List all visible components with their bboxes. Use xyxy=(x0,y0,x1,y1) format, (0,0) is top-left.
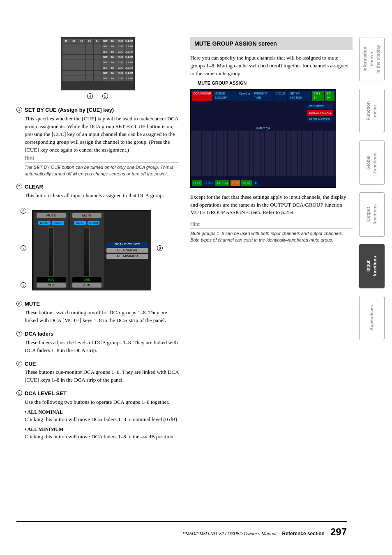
fader-value: 0.00 xyxy=(37,277,66,282)
item-9-body: Use the following two buttons to operate… xyxy=(25,398,179,406)
grid-col-head: 33 xyxy=(86,39,93,44)
shot-a: A xyxy=(253,180,258,186)
shot-dca: DCA xyxy=(231,180,240,186)
item-5-title: CLEAR xyxy=(25,183,43,191)
mute-group-assign-heading: MUTE GROUP ASSIGN screen xyxy=(190,37,353,50)
item-8-number: 8 xyxy=(16,361,22,366)
item-4-number: 4 xyxy=(16,107,22,113)
grid-set: SET xyxy=(101,39,109,44)
footer-doc-title: PM5D/PM5D-RH V2 / DSP5D Owner's Manual xyxy=(182,531,276,537)
dca-fader-image: MUTE DCA7 DCA7 0.00 CUE MUTE DCA8 DCA8 0… xyxy=(32,210,151,291)
item-6-body: These buttons switch muting on/off for D… xyxy=(25,309,179,325)
cue-button[interactable]: CUE xyxy=(37,283,66,288)
mute-group-intro: Here you can specify the input channels … xyxy=(190,54,353,78)
tab-function-menu[interactable]: Function menu xyxy=(359,89,385,133)
item-8-body: These buttons cue-monitor DCA groups 1–8… xyxy=(25,368,179,384)
grid-col-head: 34 xyxy=(94,39,101,44)
shot-scene-memory: SCENE MEMORY xyxy=(213,91,236,101)
tab-appendices[interactable]: Appendices xyxy=(359,296,385,340)
grid-clear: CLEAR xyxy=(125,39,133,44)
callout-8: 8 xyxy=(21,282,26,288)
grid-col-head: 31 xyxy=(70,39,78,44)
mute-button[interactable]: MUTE xyxy=(37,213,66,218)
item-7-number: 7 xyxy=(16,331,22,336)
item-8-title: CUE xyxy=(25,360,36,368)
item-9-number: 9 xyxy=(16,390,22,396)
shot-dca-group: DCA/GROUP xyxy=(192,91,212,101)
dca-fader[interactable] xyxy=(84,227,90,276)
set-by-cue-grid-image: 30 31 32 33 34 SET BY CUE CLEAR SETBYCUE… xyxy=(61,37,135,90)
callout-9: 9 xyxy=(157,245,163,251)
footer-page-number: 297 xyxy=(330,525,347,539)
item-6-title: MUTE xyxy=(25,300,40,308)
shot-ch-1: CH 1 xyxy=(192,180,202,186)
shot-key-mode: KEY MODE xyxy=(307,104,333,109)
tab-global-functions[interactable]: Global functions xyxy=(359,140,385,185)
hint-label-right: Hint xyxy=(190,221,200,228)
shot-send: SEND xyxy=(203,180,214,186)
section-tabs: Information shown in the display Functio… xyxy=(359,37,385,340)
shot-present-time-label: PRESENT TIME xyxy=(252,91,273,101)
all-minimum-button[interactable]: ALL MINIMUM xyxy=(106,254,148,259)
item-6-number: 6 xyxy=(16,301,22,306)
callout-5: 5 xyxy=(102,93,108,99)
dca7-label: DCA7 xyxy=(38,221,50,225)
mute-group-para2: Except for the fact that these settings … xyxy=(190,193,353,217)
footer-section: Reference section xyxy=(282,530,325,537)
callout-6: 6 xyxy=(21,208,26,214)
callout-4: 4 xyxy=(87,93,93,99)
grid-cue: CUE xyxy=(117,39,125,44)
all-nominal-button[interactable]: ALL NOMINAL xyxy=(106,248,148,253)
shot-direct-recall: DIRECT RECALL xyxy=(307,110,333,116)
grid-col-head: 32 xyxy=(78,39,85,44)
bullet-all-nominal-head: • ALL NOMINAL xyxy=(25,409,179,416)
shot-meter-section: METER SECTION xyxy=(288,91,311,101)
dca-level-set-title: DCA LEVEL SET xyxy=(106,242,148,247)
page-footer: PM5D/PM5D-RH V2 / DSP5D Owner's Manual R… xyxy=(16,521,347,539)
callouts-4-5: 4 5 xyxy=(16,93,179,100)
tab-info-shown[interactable]: Information shown in the display xyxy=(359,37,385,81)
dca-fader[interactable] xyxy=(48,227,54,276)
bullet-all-minimum-head: • ALL MINIMUM xyxy=(25,426,179,433)
shot-ch-footer: CH 1-24 xyxy=(215,180,229,186)
bullet-all-minimum-body: Clicking this button will move DCA fader… xyxy=(25,433,179,441)
shot-ch-1-24: CH 1-24 xyxy=(312,91,324,101)
tab-output-functions[interactable]: Output functions xyxy=(359,192,385,237)
screenshot-caption: MUTE GROUP ASSIGN xyxy=(198,80,353,87)
shot-mute-master: MUTE MASTER xyxy=(307,117,333,122)
item-7-title: DCA faders xyxy=(25,330,53,338)
mute-group-assign-screenshot: DCA/GROUP SCENE MEMORY Opening PRESENT T… xyxy=(190,89,336,188)
hint-label: Hint xyxy=(25,155,34,162)
item-4-body: This specifies whether the [CUE] key wil… xyxy=(25,115,179,154)
item-4-title: SET BY CUE (Assign by [CUE] key) xyxy=(25,106,114,114)
shot-time-value: 5:31:20 xyxy=(274,91,287,101)
bullet-all-nominal-body: Clicking this button will move DCA fader… xyxy=(25,416,179,424)
item-9-title: DCA LEVEL SET xyxy=(25,390,67,398)
shot-opening: Opening xyxy=(238,91,251,101)
tab-input-functions[interactable]: Input functions xyxy=(359,244,385,288)
mute-button[interactable]: MUTE xyxy=(72,213,101,218)
item-4-hint: The SET BY CUE button can be turned on f… xyxy=(25,164,179,177)
grid-col-head: 30 xyxy=(62,39,70,44)
grid-by: BY xyxy=(109,39,117,44)
item-5-number: 5 xyxy=(16,184,22,189)
dca8-label: DCA8 xyxy=(74,221,86,225)
item-5-body: This button clears all input channels as… xyxy=(25,192,179,200)
shot-st-in-footer: ST IN xyxy=(241,180,252,186)
cue-button[interactable]: CUE xyxy=(72,283,101,288)
callout-7: 7 xyxy=(21,245,26,251)
mute-group-hint: Mute groups 1–8 can be used with both in… xyxy=(190,230,353,244)
shot-st-in: ST IN xyxy=(325,91,334,101)
shot-input-ch: INPUT CH xyxy=(191,127,336,131)
item-7-body: These faders adjust the levels of DCA gr… xyxy=(25,339,179,355)
fader-value: 0.00 xyxy=(72,277,101,282)
